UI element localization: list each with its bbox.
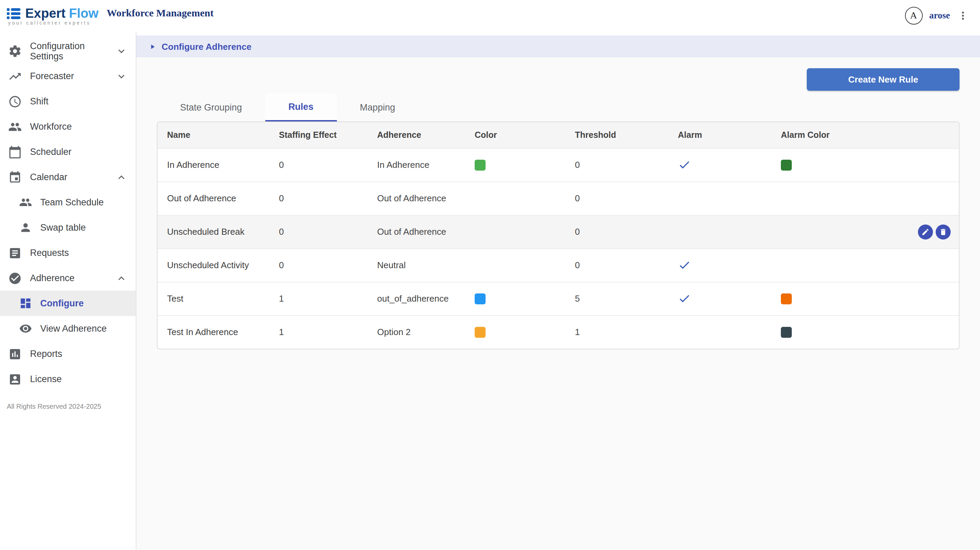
row-actions <box>918 224 951 239</box>
main-area: Configure Adherence Create New Rule Stat… <box>137 31 980 550</box>
cell-alarm <box>668 182 771 215</box>
cell-staffing-effect: 0 <box>269 215 368 249</box>
sidebar-item-label: View Adherence <box>40 324 107 334</box>
cell-color <box>465 215 565 249</box>
brand-expert: Expert <box>25 6 65 21</box>
cell-adherence: Out of Adherence <box>368 215 465 249</box>
edit-button[interactable] <box>918 224 933 239</box>
eye-icon <box>19 322 32 335</box>
sidebar-item-label: Scheduler <box>30 147 72 157</box>
check-icon <box>678 258 691 272</box>
sidebar-item-calendar[interactable]: Calendar <box>0 164 136 190</box>
tab-bar: State Grouping Rules Mapping <box>157 93 959 121</box>
people-icon <box>8 120 22 133</box>
sidebar-item-label: Workforce <box>30 121 72 132</box>
table-row[interactable]: Test 1 out_of_adherence 5 <box>158 282 959 315</box>
table-row[interactable]: In Adherence 0 In Adherence 0 <box>158 148 959 182</box>
column-header-staffing-effect: Staffing Effect <box>269 122 368 148</box>
table-row[interactable]: Test In Adherence 1 Option 2 1 <box>158 315 959 349</box>
sidebar-item-reports[interactable]: Reports <box>0 341 136 367</box>
cell-staffing-effect: 0 <box>269 148 368 182</box>
brand-tagline: your callcenter experts <box>7 21 99 25</box>
top-header: ExpertFlow your callcenter experts Workf… <box>0 0 980 31</box>
alarm-color-swatch <box>781 160 792 171</box>
cell-staffing-effect: 0 <box>269 249 368 282</box>
expertflow-logo-icon <box>7 8 22 20</box>
sidebar-item-view-adherence[interactable]: View Adherence <box>0 316 136 341</box>
cell-name: Out of Adherence <box>158 182 269 215</box>
delete-button[interactable] <box>935 224 951 239</box>
column-header-alarm-color: Alarm Color <box>771 122 959 148</box>
cell-alarm <box>668 282 771 315</box>
table-row[interactable]: Unscheduled Break 0 Out of Adherence 0 <box>158 215 959 249</box>
sidebar-item-forecaster[interactable]: Forecaster <box>0 64 136 89</box>
breadcrumb[interactable]: Configure Adherence <box>137 35 980 57</box>
play-triangle-icon <box>149 43 156 50</box>
alarm-color-swatch <box>781 293 792 304</box>
sidebar-item-label: License <box>30 374 62 384</box>
actions-row: Create New Rule <box>157 68 959 91</box>
sidebar-item-swap-table[interactable]: Swap table <box>0 215 136 240</box>
cell-threshold: 0 <box>565 182 668 215</box>
sidebar-item-requests[interactable]: Requests <box>0 240 136 265</box>
sidebar-item-team-schedule[interactable]: Team Schedule <box>0 190 136 215</box>
cell-adherence: In Adherence <box>368 148 465 182</box>
expertflow-logo: ExpertFlow your callcenter experts <box>7 6 99 25</box>
sidebar-item-adherence[interactable]: Adherence <box>0 265 136 291</box>
cell-alarm-color <box>771 148 959 182</box>
cell-color <box>465 282 565 315</box>
sidebar-item-label: Reports <box>30 349 62 359</box>
alarm-color-swatch <box>781 327 792 338</box>
gear-icon <box>8 44 22 57</box>
sidebar-item-license[interactable]: License <box>0 367 136 392</box>
username: arose <box>929 10 950 21</box>
color-swatch <box>475 327 485 338</box>
badge-icon <box>8 372 22 386</box>
check-circle-icon <box>8 271 22 285</box>
column-header-color: Color <box>465 122 565 148</box>
cell-adherence: out_of_adherence <box>368 282 465 315</box>
tab-rules[interactable]: Rules <box>265 93 337 121</box>
chevron-up-icon <box>115 171 127 183</box>
create-new-rule-button[interactable]: Create New Rule <box>807 68 959 91</box>
sidebar-item-configure[interactable]: Configure <box>0 291 136 316</box>
column-header-alarm: Alarm <box>668 122 771 148</box>
check-icon <box>678 292 691 305</box>
cell-color <box>465 249 565 282</box>
trending-up-icon <box>8 69 22 83</box>
cell-threshold: 0 <box>565 215 668 249</box>
table-header-row: Name Staffing Effect Adherence Color Thr… <box>158 122 959 148</box>
app-title: Workforce Management <box>107 7 214 19</box>
sidebar: Configuration Settings Forecaster Shift … <box>0 31 137 550</box>
sidebar-item-scheduler[interactable]: Scheduler <box>0 139 136 164</box>
sidebar-item-label: Forecaster <box>30 71 74 81</box>
content-panel: Create New Rule State Grouping Rules Map… <box>137 57 980 550</box>
tab-state-grouping[interactable]: State Grouping <box>157 93 265 121</box>
column-header-threshold: Threshold <box>565 122 668 148</box>
table-row[interactable]: Out of Adherence 0 Out of Adherence 0 <box>158 182 959 215</box>
cell-color <box>465 315 565 349</box>
user-avatar[interactable]: A <box>905 7 923 25</box>
clock-icon <box>8 94 22 108</box>
table-row[interactable]: Unscheduled Activity 0 Neutral 0 <box>158 249 959 282</box>
kebab-menu-icon[interactable] <box>957 10 969 22</box>
sidebar-item-workforce[interactable]: Workforce <box>0 114 136 139</box>
cell-alarm <box>668 249 771 282</box>
cell-staffing-effect: 1 <box>269 315 368 349</box>
cell-name: In Adherence <box>158 148 269 182</box>
sidebar-item-label: Adherence <box>30 273 75 283</box>
sidebar-item-shift[interactable]: Shift <box>0 89 136 114</box>
cell-adherence: Option 2 <box>368 315 465 349</box>
cell-staffing-effect: 1 <box>269 282 368 315</box>
cell-threshold: 5 <box>565 282 668 315</box>
tab-mapping[interactable]: Mapping <box>337 93 418 121</box>
sidebar-item-configuration-settings[interactable]: Configuration Settings <box>0 38 136 64</box>
calendar-icon <box>8 145 22 159</box>
cell-adherence: Neutral <box>368 249 465 282</box>
brand-flow: Flow <box>69 6 99 21</box>
cell-name: Test <box>158 282 269 315</box>
sidebar-item-label: Requests <box>30 248 69 258</box>
cell-alarm <box>668 215 771 249</box>
cell-threshold: 1 <box>565 315 668 349</box>
sidebar-item-label: Configure <box>40 298 84 308</box>
